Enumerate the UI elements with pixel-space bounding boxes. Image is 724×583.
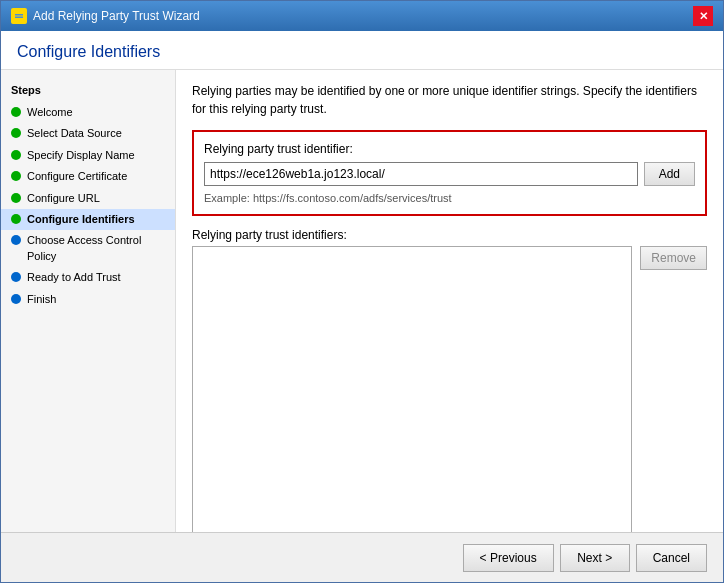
step-dot-configure-url: [11, 193, 21, 203]
step-dot-ready-to-add: [11, 272, 21, 282]
sidebar-item-configure-url[interactable]: Configure URL: [1, 188, 175, 209]
identifiers-list-label: Relying party trust identifiers:: [192, 228, 707, 242]
step-label-select-data-source: Select Data Source: [27, 126, 122, 141]
cancel-button[interactable]: Cancel: [636, 544, 707, 572]
identifier-box: Relying party trust identifier: Add Exam…: [192, 130, 707, 216]
step-dot-welcome: [11, 107, 21, 117]
step-dot-choose-access-control: [11, 235, 21, 245]
sidebar: Steps WelcomeSelect Data SourceSpecify D…: [1, 70, 176, 532]
sidebar-item-configure-identifiers[interactable]: Configure Identifiers: [1, 209, 175, 230]
identifier-input[interactable]: [204, 162, 638, 186]
add-button[interactable]: Add: [644, 162, 695, 186]
content-area: Steps WelcomeSelect Data SourceSpecify D…: [1, 70, 723, 532]
remove-button[interactable]: Remove: [640, 246, 707, 270]
page-title: Configure Identifiers: [17, 43, 707, 61]
title-bar-left: Add Relying Party Trust Wizard: [11, 8, 200, 24]
sidebar-section-title: Steps: [1, 80, 175, 102]
svg-rect-1: [15, 14, 23, 16]
previous-button[interactable]: < Previous: [463, 544, 554, 572]
sidebar-item-ready-to-add[interactable]: Ready to Add Trust: [1, 267, 175, 288]
identifiers-section: Relying party trust identifiers: Remove: [192, 228, 707, 532]
step-label-configure-certificate: Configure Certificate: [27, 169, 127, 184]
sidebar-item-choose-access-control[interactable]: Choose Access Control Policy: [1, 230, 175, 267]
sidebar-item-select-data-source[interactable]: Select Data Source: [1, 123, 175, 144]
sidebar-item-configure-certificate[interactable]: Configure Certificate: [1, 166, 175, 187]
footer: < Previous Next > Cancel: [1, 532, 723, 582]
close-button[interactable]: ✕: [693, 6, 713, 26]
title-bar: Add Relying Party Trust Wizard ✕: [1, 1, 723, 31]
step-label-choose-access-control: Choose Access Control Policy: [27, 233, 165, 264]
intro-text: Relying parties may be identified by one…: [192, 82, 707, 118]
step-label-specify-display-name: Specify Display Name: [27, 148, 135, 163]
wizard-icon: [11, 8, 27, 24]
sidebar-item-finish[interactable]: Finish: [1, 289, 175, 310]
example-text: Example: https://fs.contoso.com/adfs/ser…: [204, 192, 695, 204]
wizard-window: Add Relying Party Trust Wizard ✕ Configu…: [0, 0, 724, 583]
step-label-finish: Finish: [27, 292, 56, 307]
step-label-configure-url: Configure URL: [27, 191, 100, 206]
identifier-label: Relying party trust identifier:: [204, 142, 695, 156]
identifiers-list-area: Remove: [192, 246, 707, 532]
sidebar-item-specify-display-name[interactable]: Specify Display Name: [1, 145, 175, 166]
svg-rect-2: [15, 17, 23, 19]
step-label-welcome: Welcome: [27, 105, 73, 120]
main-panel: Relying parties may be identified by one…: [176, 70, 723, 532]
step-dot-specify-display-name: [11, 150, 21, 160]
next-button[interactable]: Next >: [560, 544, 630, 572]
step-dot-configure-certificate: [11, 171, 21, 181]
sidebar-item-welcome[interactable]: Welcome: [1, 102, 175, 123]
identifiers-list[interactable]: [192, 246, 632, 532]
input-row: Add: [204, 162, 695, 186]
step-label-configure-identifiers: Configure Identifiers: [27, 212, 135, 227]
page-title-bar: Configure Identifiers: [1, 31, 723, 70]
window-title: Add Relying Party Trust Wizard: [33, 9, 200, 23]
step-label-ready-to-add: Ready to Add Trust: [27, 270, 121, 285]
svg-rect-0: [14, 11, 24, 21]
step-dot-select-data-source: [11, 128, 21, 138]
step-dot-configure-identifiers: [11, 214, 21, 224]
step-dot-finish: [11, 294, 21, 304]
